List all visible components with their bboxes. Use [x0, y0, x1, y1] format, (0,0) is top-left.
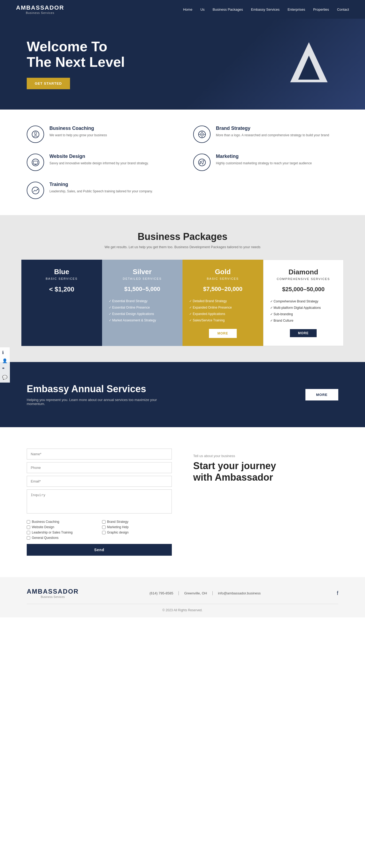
footer-email: info@ambassador.business — [218, 591, 266, 595]
navbar: AMBASSADOR Business Services Home Us Bus… — [0, 0, 365, 19]
svg-point-3 — [34, 132, 37, 134]
footer-top: AMBASSADOR Business Services (614) 795-8… — [27, 588, 338, 604]
checkbox-general-questions[interactable]: General Questions — [27, 536, 97, 540]
footer-social-facebook[interactable]: f — [337, 590, 338, 596]
package-blue: Blue BASIC SERVICES < $1,200 — [21, 260, 102, 346]
marketing-desc: Highly customized marketing strategy to … — [216, 161, 312, 166]
svg-point-17 — [200, 163, 201, 164]
name-input[interactable] — [27, 448, 172, 460]
footer-logo: AMBASSADOR Business Services — [27, 588, 79, 598]
hero-heading: Welcome To The Next Level — [27, 39, 125, 69]
packages-subtitle: We get results. Let us help you get them… — [21, 245, 344, 249]
svg-point-7 — [202, 134, 203, 135]
services-section: Business Coaching We want to help you gr… — [0, 110, 365, 215]
footer-copyright: © 2023 All Rights Reserved. — [27, 604, 338, 612]
pkg-silver-features: Essential Brand Strategy Essential Onlin… — [109, 298, 176, 323]
pkg-gold-features: Detailed Brand Strategy Expanded Online … — [189, 298, 256, 323]
pkg-silver-price: $1,500–5,000 — [109, 286, 176, 292]
embassy-content: Embassy Annual Services Helping you repr… — [27, 383, 160, 406]
nav-business-packages[interactable]: Business Packages — [213, 7, 243, 11]
nav-home[interactable]: Home — [183, 7, 192, 11]
checkbox-marketing-help[interactable]: Marketing Help — [102, 525, 172, 529]
quote-icon[interactable]: ❝ — [2, 367, 7, 372]
nav-us[interactable]: Us — [201, 7, 205, 11]
hero-logo-icon — [285, 39, 333, 89]
nav-embassy-services[interactable]: Embassy Services — [251, 7, 279, 11]
tell-us-text: Tell us about your business — [193, 454, 338, 458]
pkg-diamond-price: $25,000–50,000 — [270, 286, 337, 293]
logo-main-text: AMBASSADOR — [16, 4, 64, 11]
person-icon[interactable]: 👤 — [2, 358, 7, 363]
pkg-diamond-feat-1: Comprehensive Brand Strategy — [270, 298, 337, 305]
footer-logo-main: AMBASSADOR — [27, 588, 79, 595]
brand-strategy-title: Brand Strategy — [216, 126, 329, 131]
marketing-icon — [193, 154, 211, 171]
svg-point-16 — [199, 159, 206, 166]
pkg-gold-feat-2: Expanded Online Presence — [189, 304, 256, 311]
pkg-diamond-type: COMPREHENSIVE SERVICES — [270, 277, 337, 281]
embassy-heading: Embassy Annual Services — [27, 383, 160, 395]
contact-info: Tell us about your business Start your j… — [193, 448, 338, 483]
nav-enterprises[interactable]: Enterprises — [287, 7, 305, 11]
training-text: Training Leadership, Sales, and Public S… — [50, 182, 153, 194]
hero-section: Welcome To The Next Level GET STARTED — [0, 19, 365, 110]
checkbox-leadership-training[interactable]: Leadership or Sales Training — [27, 531, 97, 534]
checkbox-website-design[interactable]: Website Design — [27, 525, 97, 529]
svg-point-12 — [32, 159, 39, 166]
business-coaching-icon — [27, 126, 44, 143]
checkbox-brand-strategy[interactable]: Brand Strategy — [102, 520, 172, 524]
package-silver: Silver DETAILED SERVICES $1,500–5,000 Es… — [102, 260, 183, 346]
pkg-diamond-feat-3: Sub-branding — [270, 311, 337, 317]
hero-content: Welcome To The Next Level GET STARTED — [27, 39, 125, 89]
marketing-title: Marketing — [216, 154, 312, 159]
pkg-silver-feat-4: Market Assessment & Strategy — [109, 317, 176, 323]
embassy-section: Embassy Annual Services Helping you repr… — [0, 362, 365, 427]
side-icons: ℹ 👤 ❝ 💬 — [0, 347, 10, 382]
footer-location: Greenville, OH — [184, 591, 212, 595]
pkg-diamond-more-button[interactable]: MORE — [290, 329, 316, 337]
contact-form: Business Coaching Brand Strategy Website… — [27, 448, 172, 556]
send-button[interactable]: Send — [27, 544, 172, 556]
service-training: Training Leadership, Sales, and Public S… — [27, 182, 172, 199]
nav-logo: AMBASSADOR Business Services — [16, 4, 64, 14]
phone-input[interactable] — [27, 462, 172, 473]
brand-strategy-desc: More than a logo. A researched and compr… — [216, 133, 329, 137]
pkg-diamond-name: Diamond — [270, 268, 337, 276]
training-title: Training — [50, 182, 153, 187]
inquiry-input[interactable] — [27, 490, 172, 514]
footer-contact-info: (614) 795-8585 Greenville, OH info@ambas… — [150, 591, 266, 595]
embassy-more-button[interactable]: MORE — [305, 389, 338, 400]
embassy-desc: Helping you represent you. Learn more ab… — [27, 398, 160, 406]
pkg-blue-price: < $1,200 — [28, 286, 95, 293]
pkg-gold-price: $7,500–20,000 — [189, 286, 256, 292]
training-icon — [27, 182, 44, 199]
website-design-icon — [27, 154, 44, 171]
package-gold: Gold BASIC SERVICES $7,500–20,000 Detail… — [183, 260, 263, 346]
package-diamond: Diamond COMPREHENSIVE SERVICES $25,000–5… — [263, 260, 344, 346]
pkg-silver-type: DETAILED SERVICES — [109, 277, 176, 280]
pkg-silver-feat-1: Essential Brand Strategy — [109, 298, 176, 304]
logo-sub-text: Business Services — [16, 11, 64, 14]
svg-rect-13 — [33, 161, 38, 164]
nav-contact[interactable]: Contact — [337, 7, 349, 11]
service-marketing: Marketing Highly customized marketing st… — [193, 154, 338, 171]
pkg-gold-feat-3: Expanded Applications — [189, 311, 256, 317]
pkg-gold-more-button[interactable]: MORE — [209, 329, 237, 338]
email-input[interactable] — [27, 476, 172, 487]
nav-properties[interactable]: Properties — [313, 7, 329, 11]
get-started-button[interactable]: GET STARTED — [27, 78, 70, 89]
info-icon[interactable]: ℹ — [2, 350, 7, 355]
business-coaching-text: Business Coaching We want to help you gr… — [50, 126, 107, 137]
checkbox-business-coaching[interactable]: Business Coaching — [27, 520, 97, 524]
service-business-coaching: Business Coaching We want to help you gr… — [27, 126, 172, 143]
nav-links: Home Us Business Packages Embassy Servic… — [183, 7, 349, 11]
packages-section: Business Packages We get results. Let us… — [0, 215, 365, 362]
chat-icon[interactable]: 💬 — [2, 375, 7, 380]
marketing-text: Marketing Highly customized marketing st… — [216, 154, 312, 166]
pkg-blue-type: BASIC SERVICES — [28, 277, 95, 280]
checkbox-graphic-design[interactable]: Graphic design — [102, 531, 172, 534]
brand-strategy-icon — [193, 126, 211, 143]
contact-heading: Start your journey with Ambassador — [193, 460, 338, 483]
pkg-gold-name: Gold — [189, 268, 256, 276]
pkg-gold-type: BASIC SERVICES — [189, 277, 256, 280]
